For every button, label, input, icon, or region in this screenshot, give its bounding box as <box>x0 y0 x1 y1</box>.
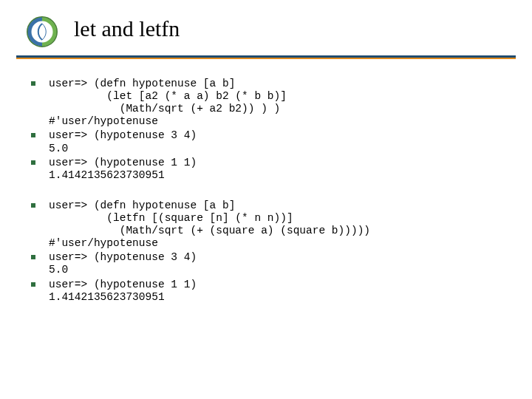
bullet-icon <box>31 81 35 86</box>
bullet-icon <box>31 203 35 208</box>
header: let and letfn <box>0 0 532 58</box>
code-block: user=> (hypotenuse 3 4) 5.0 <box>49 129 510 154</box>
list-item: user=> (hypotenuse 1 1) 1.41421356237309… <box>31 279 510 304</box>
code-block: user=> (hypotenuse 3 4) 5.0 <box>49 251 510 276</box>
list-item: user=> (hypotenuse 1 1) 1.41421356237309… <box>31 157 510 182</box>
divider-accent <box>16 58 516 59</box>
code-block: user=> (defn hypotenuse [a b] (letfn [(s… <box>49 200 510 250</box>
bullet-icon <box>31 160 35 165</box>
code-block: user=> (defn hypotenuse [a b] (let [a2 (… <box>49 78 510 128</box>
bullet-icon <box>31 282 35 287</box>
spacer <box>31 183 510 200</box>
list-item: user=> (hypotenuse 3 4) 5.0 <box>31 129 510 154</box>
slide-body: user=> (defn hypotenuse [a b] (let [a2 (… <box>31 78 510 305</box>
bullet-icon <box>31 255 35 259</box>
list-item: user=> (hypotenuse 3 4) 5.0 <box>31 251 510 276</box>
slide-title: let and letfn <box>74 16 180 41</box>
list-item: user=> (defn hypotenuse [a b] (letfn [(s… <box>31 200 510 250</box>
clojure-logo-icon <box>27 16 58 47</box>
slide: let and letfn user=> (defn hypotenuse [a… <box>0 0 532 399</box>
code-block: user=> (hypotenuse 1 1) 1.41421356237309… <box>49 157 510 182</box>
list-item: user=> (defn hypotenuse [a b] (let [a2 (… <box>31 78 510 128</box>
code-block: user=> (hypotenuse 1 1) 1.41421356237309… <box>49 279 510 304</box>
bullet-icon <box>31 133 35 137</box>
